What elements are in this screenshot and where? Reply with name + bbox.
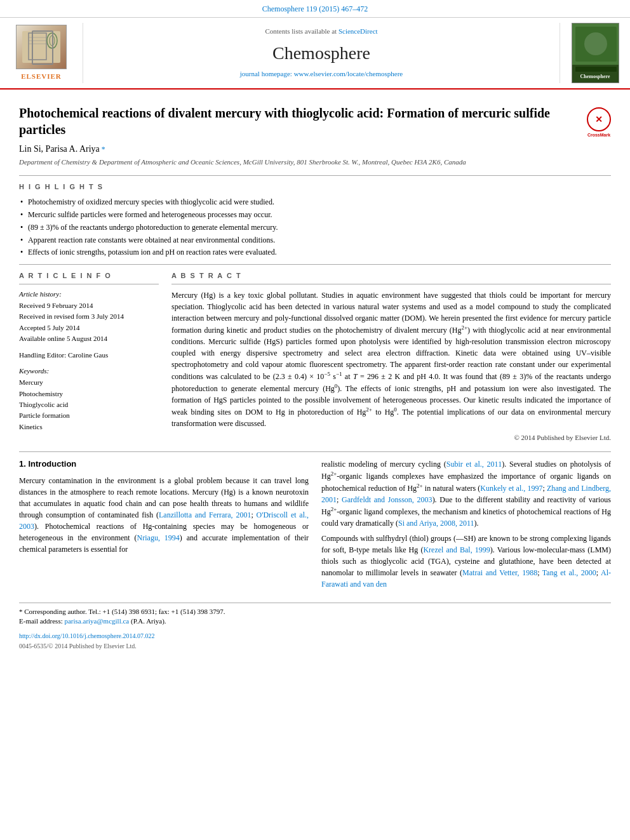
- intro-heading: 1. Introduction: [19, 458, 309, 470]
- journal-cover-image: Chemosphere: [572, 23, 619, 83]
- elsevier-logo-image: [16, 25, 67, 69]
- ref-matrai[interactable]: Matrai and Vetter, 1988: [462, 568, 537, 577]
- journal-homepage-url: journal homepage: www.elsevier.com/locat…: [240, 69, 403, 79]
- list-item: Apparent reaction rate constants were ob…: [19, 235, 611, 246]
- article-info-heading: A R T I C L E I N F O: [19, 271, 159, 284]
- abstract-col: A B S T R A C T Mercury (Hg) is a key to…: [171, 271, 611, 443]
- keywords-list: Mercury Photochemistry Thioglycolic acid…: [19, 378, 159, 432]
- history-entry: Accepted 5 July 2014: [19, 323, 159, 333]
- journal-thumbnail-area: Chemosphere: [566, 23, 624, 83]
- article-title: Photochemical reactions of divalent merc…: [19, 105, 580, 138]
- journal-citation-bar: Chemosphere 119 (2015) 467–472: [0, 0, 630, 18]
- affiliation: Department of Chemistry & Department of …: [19, 157, 611, 167]
- ref-subir[interactable]: Subir et al., 2011: [446, 460, 502, 469]
- crossmark-badge: ✕ CrossMark: [587, 107, 611, 131]
- journal-title-area: Contents lists available at ScienceDirec…: [83, 23, 560, 83]
- svg-rect-11: [575, 67, 617, 72]
- contents-available: Contents lists available at ScienceDirec…: [265, 27, 377, 36]
- info-abstract-cols: A R T I C L E I N F O Article history: R…: [19, 271, 611, 443]
- journal-name: Chemosphere: [272, 41, 370, 65]
- list-item: Kinetics: [19, 422, 159, 432]
- highlights-section: H I G H L I G H T S Photochemistry of ox…: [19, 182, 611, 258]
- intro-paragraph-1: Mercury contamination in the environment…: [19, 475, 309, 555]
- article-history: Article history: Received 9 February 201…: [19, 290, 159, 344]
- authors-line: Lin Si, Parisa A. Ariya *: [19, 143, 611, 156]
- history-entry: Received 9 February 2014: [19, 301, 159, 310]
- list-item: Thioglycolic acid: [19, 400, 159, 410]
- elsevier-logo-area: ELSEVIER: [6, 23, 76, 83]
- abstract-copyright: © 2014 Published by Elsevier Ltd.: [171, 433, 611, 443]
- list-item: Effects of ionic strengths, potassium io…: [19, 247, 611, 258]
- highlights-heading: H I G H L I G H T S: [19, 182, 611, 192]
- abstract-text: Mercury (Hg) is a key toxic global pollu…: [171, 290, 611, 429]
- crossmark-label: CrossMark: [587, 132, 611, 138]
- doi-link[interactable]: http://dx.doi.org/10.1016/j.chemosphere.…: [19, 632, 154, 639]
- journal-citation: Chemosphere 119 (2015) 467–472: [262, 4, 368, 13]
- highlights-list: Photochemistry of oxidized mercury speci…: [19, 197, 611, 258]
- list-item: Mercury: [19, 378, 159, 387]
- email-link[interactable]: parisa.ariya@mcgill.ca: [64, 617, 129, 625]
- history-entry: Available online 5 August 2014: [19, 334, 159, 343]
- intro-col-left: 1. Introduction Mercury contamination in…: [19, 458, 309, 594]
- ref-siariya[interactable]: Si and Ariya, 2008, 2011: [398, 519, 474, 528]
- list-item: Photochemistry of oxidized mercury speci…: [19, 197, 611, 208]
- intro-col-right: realistic modeling of mercury cycling (S…: [321, 458, 611, 594]
- list-item: Particle formation: [19, 411, 159, 420]
- page-container: Chemosphere 119 (2015) 467–472 ELSEVIER: [0, 0, 630, 657]
- footnote-area: * Corresponding author. Tel.: +1 (514) 3…: [19, 603, 611, 651]
- list-item: Mercuric sulfide particles were formed a…: [19, 210, 611, 220]
- crossmark-icon: ✕: [587, 107, 611, 131]
- abstract-heading: A B S T R A C T: [171, 271, 611, 284]
- intro-two-col: 1. Introduction Mercury contamination in…: [19, 458, 611, 594]
- footnote-star: * Corresponding author. Tel.: +1 (514) 3…: [19, 607, 611, 617]
- svg-point-9: [584, 32, 607, 55]
- journal-header: ELSEVIER Contents lists available at Sci…: [0, 18, 630, 90]
- divider-1: [19, 175, 611, 176]
- cover-label: Chemosphere: [580, 73, 610, 80]
- elsevier-wordmark: ELSEVIER: [21, 72, 62, 81]
- footnote-email: E-mail address: parisa.ariya@mcgill.ca (…: [19, 617, 611, 626]
- elsevier-logo: ELSEVIER: [16, 25, 67, 81]
- history-title: Article history:: [19, 290, 159, 299]
- list-item: Photochemistry: [19, 389, 159, 399]
- copyright-footer: 0045-6535/© 2014 Published by Elsevier L…: [19, 642, 611, 651]
- doi-line: http://dx.doi.org/10.1016/j.chemosphere.…: [19, 632, 611, 641]
- divider-2: [19, 264, 611, 265]
- intro-paragraph-3: Compounds with sulfhydryl (thiol) groups…: [321, 533, 611, 590]
- corresponding-star: *: [100, 145, 105, 154]
- introduction-section: 1. Introduction Mercury contamination in…: [19, 451, 611, 594]
- ref-lanzillotta[interactable]: Lanzillotta and Ferrara, 2001: [159, 510, 251, 519]
- ref-krezel[interactable]: Krezel and Bal, 1999: [423, 545, 490, 554]
- svg-rect-1: [29, 33, 46, 60]
- article-content: Photochemical reactions of divalent merc…: [0, 90, 630, 657]
- list-item: (89 ± 3)% of the reactants undergo photo…: [19, 222, 611, 233]
- ref-gardfeldt[interactable]: Gardfeldt and Jonsson, 2003: [342, 495, 432, 504]
- sciencedirect-link[interactable]: ScienceDirect: [338, 27, 378, 35]
- handling-editor: Handling Editor: Caroline Gaus: [19, 350, 159, 360]
- ref-tang[interactable]: Tang et al., 2000: [542, 568, 596, 577]
- author-names: Lin Si, Parisa A. Ariya: [19, 144, 100, 154]
- ref-nriagu[interactable]: Nriagu, 1994: [137, 533, 180, 542]
- article-title-area: Photochemical reactions of divalent merc…: [19, 105, 611, 138]
- keywords-title: Keywords:: [19, 366, 159, 376]
- keywords-section: Keywords: Mercury Photochemistry Thiogly…: [19, 366, 159, 432]
- intro-paragraph-2: realistic modeling of mercury cycling (S…: [321, 458, 611, 529]
- ref-kunkely[interactable]: Kunkely et al., 1997: [480, 484, 542, 493]
- article-info-col: A R T I C L E I N F O Article history: R…: [19, 271, 159, 443]
- history-entry: Received in revised form 3 July 2014: [19, 312, 159, 321]
